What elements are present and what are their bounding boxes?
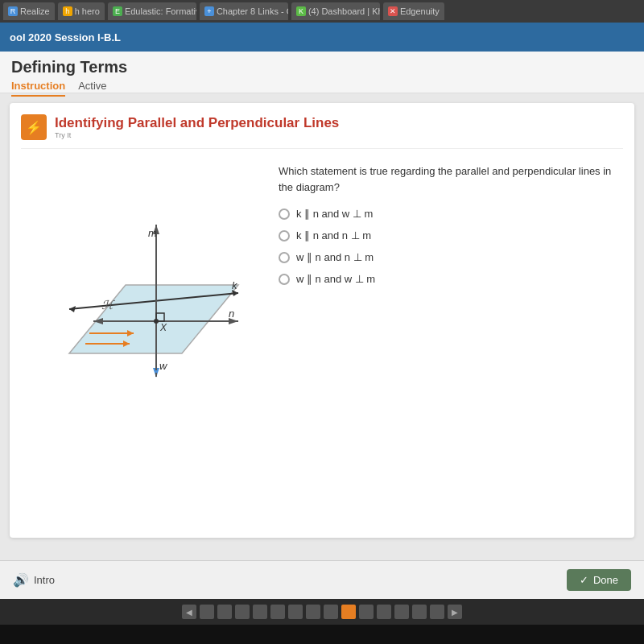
tab-realize-icon: R: [8, 6, 18, 16]
option-1[interactable]: k ∥ n and w ⊥ m: [279, 208, 623, 220]
label-h: ℋ: [101, 298, 115, 312]
options-list: k ∥ n and w ⊥ m k ∥ n and n ⊥ m w ∥ n an…: [279, 208, 623, 285]
progress-dot-5[interactable]: [270, 605, 285, 619]
tab-edulastic-icon: E: [113, 6, 122, 16]
question-area: Which statement is true regarding the pa…: [279, 160, 623, 418]
progress-dot-12[interactable]: [394, 605, 409, 619]
radio-2[interactable]: [279, 230, 290, 242]
intro-label: Intro: [34, 574, 55, 586]
speaker-icon: 🔊: [13, 572, 29, 588]
tab-edgenuity[interactable]: ✕ Edgenuity: [383, 2, 444, 20]
tab-hero-label: h hero: [75, 6, 100, 16]
progress-dot-1[interactable]: [200, 605, 214, 619]
content-card: ⚡ Identifying Parallel and Perpendicular…: [10, 103, 634, 538]
progress-dot-3[interactable]: [235, 605, 250, 619]
done-button[interactable]: ✓ Done: [567, 569, 631, 591]
checkmark-icon: ✓: [580, 574, 588, 586]
tab-edulastic[interactable]: E Edulastic: Formativ...: [108, 2, 196, 20]
tab-realize-label: Realize: [20, 6, 50, 16]
tab-khan[interactable]: K (4) Dashboard | Kh...: [291, 2, 380, 20]
option-2[interactable]: k ∥ n and n ⊥ m: [279, 229, 623, 242]
point-x: [154, 319, 159, 324]
progress-prev[interactable]: ◀: [182, 605, 196, 619]
intro-button[interactable]: 🔊 Intro: [13, 572, 55, 588]
option-1-text: k ∥ n and w ⊥ m: [296, 208, 373, 220]
lightning-icon: ⚡: [21, 114, 47, 140]
progress-dot-2[interactable]: [217, 605, 232, 619]
progress-dot-9[interactable]: [341, 605, 356, 619]
label-w: w: [159, 360, 168, 372]
page-header: Defining Terms Instruction Active: [0, 52, 644, 93]
question-text: Which statement is true regarding the pa…: [279, 163, 623, 195]
bottom-bar: 🔊 Intro ✓ Done: [0, 560, 644, 599]
label-x: X: [159, 322, 167, 333]
progress-dot-7[interactable]: [306, 605, 320, 619]
label-m: m: [148, 227, 157, 239]
option-3[interactable]: w ∥ n and n ⊥ m: [279, 251, 623, 263]
tab-edgenuity-label: Edgenuity: [400, 6, 440, 16]
tab-active[interactable]: Active: [78, 80, 106, 97]
progress-dot-4[interactable]: [253, 605, 267, 619]
app-header: ool 2020 Session I-B.L: [0, 23, 644, 52]
label-n: n: [229, 308, 234, 320]
tab-hero[interactable]: h h hero: [58, 2, 105, 20]
tab-chapter8-icon: +: [204, 6, 214, 16]
tab-khan-label: (4) Dashboard | Kh...: [308, 6, 380, 16]
progress-dot-6[interactable]: [288, 605, 303, 619]
progress-dot-14[interactable]: [430, 605, 444, 619]
card-body: k m n w: [21, 160, 623, 418]
tab-chapter8[interactable]: + Chapter 8 Links - G...: [200, 2, 288, 20]
card-title: Identifying Parallel and Perpendicular L…: [55, 115, 339, 131]
radio-1[interactable]: [279, 208, 290, 220]
tab-edgenuity-icon: ✕: [388, 6, 398, 16]
radio-4[interactable]: [279, 274, 290, 285]
main-content: ⚡ Identifying Parallel and Perpendicular…: [0, 93, 644, 560]
tab-realize[interactable]: R Realize: [3, 2, 55, 20]
radio-3[interactable]: [279, 252, 290, 263]
option-2-text: k ∥ n and n ⊥ m: [296, 229, 371, 242]
option-4-text: w ∥ n and w ⊥ m: [296, 273, 375, 285]
tab-chapter8-label: Chapter 8 Links - G...: [217, 6, 288, 16]
tab-instruction[interactable]: Instruction: [11, 80, 65, 97]
try-it-label: Try It: [55, 131, 339, 139]
progress-dot-13[interactable]: [412, 605, 427, 619]
tab-khan-icon: K: [296, 6, 306, 16]
progress-dot-10[interactable]: [359, 605, 374, 619]
browser-tabs: R Realize h h hero E Edulastic: Formativ…: [0, 0, 644, 23]
tab-edulastic-label: Edulastic: Formativ...: [125, 6, 196, 16]
progress-dot-11[interactable]: [377, 605, 391, 619]
diagram-area: k m n w: [21, 160, 262, 418]
app-header-title: ool 2020 Session I-B.L: [10, 31, 121, 43]
card-header: ⚡ Identifying Parallel and Perpendicular…: [21, 114, 623, 149]
dell-area: DELL: [0, 625, 644, 644]
diagram-svg: k m n w: [21, 160, 262, 418]
option-3-text: w ∥ n and n ⊥ m: [296, 251, 374, 263]
progress-dot-8[interactable]: [324, 605, 338, 619]
done-label: Done: [593, 574, 618, 586]
arrow-k-left: [69, 306, 76, 312]
tab-hero-icon: h: [63, 6, 72, 16]
progress-next[interactable]: ▶: [448, 605, 462, 619]
page-title: Defining Terms: [11, 58, 633, 76]
option-4[interactable]: w ∥ n and w ⊥ m: [279, 273, 623, 285]
progress-bar: ◀ ▶: [0, 599, 644, 625]
